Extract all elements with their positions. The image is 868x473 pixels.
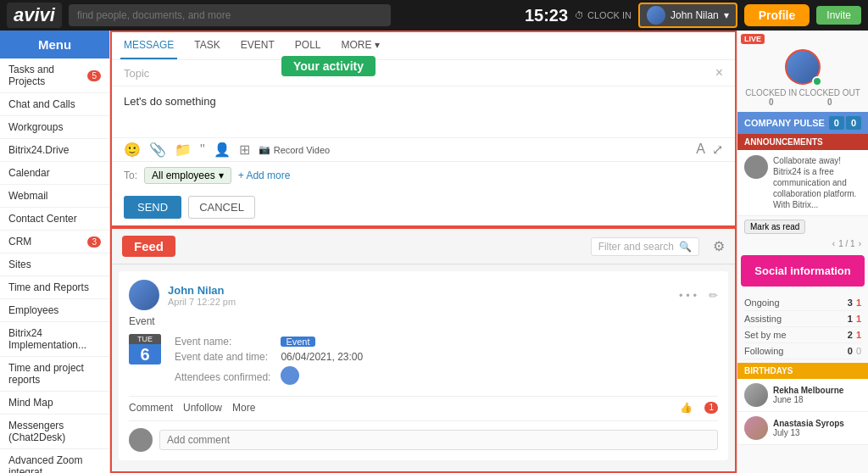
birthday-item-1: Anastasia Syrops July 13 (737, 412, 868, 445)
task-label-following: Following (744, 346, 783, 356)
smiley-icon[interactable]: 🙂 (124, 142, 141, 158)
edit-icon[interactable]: ✏ (709, 289, 718, 302)
feed-settings-icon[interactable]: ⚙ (713, 238, 725, 254)
right-panel: LIVE CLOCKED IN 0 CLOCKED OUT 0 COMPANY … (737, 31, 868, 473)
clocked-out-label: CLOCKED OUT (799, 88, 860, 97)
sidebar-item-zoom[interactable]: Advanced Zoom integrat... (0, 449, 109, 473)
sidebar-item-time-reports[interactable]: Time and Reports (0, 276, 109, 299)
sidebar-item-mind-map[interactable]: Mind Map (0, 392, 109, 415)
profile-button[interactable]: Profile (744, 4, 810, 26)
sidebar-item-contact-center[interactable]: Contact Center (0, 208, 109, 231)
grid-icon[interactable]: ⊞ (239, 142, 250, 158)
compose-body[interactable]: Let's do something (112, 86, 735, 137)
clock-in-button[interactable]: ⏱ CLOCK IN (575, 10, 632, 20)
feed-user-avatar (129, 280, 159, 310)
logo: avivi (7, 3, 62, 28)
unfollow-action-button[interactable]: Unfollow (183, 402, 222, 414)
sidebar-item-workgroups[interactable]: Workgroups (0, 116, 109, 139)
feed-user-name[interactable]: John Nilan (168, 284, 236, 297)
announcement-text: Collaborate away! Bitrix24 is a free com… (773, 155, 861, 210)
sidebar-item-label: Chat and Calls (8, 98, 75, 110)
feed-section: Feed Filter and search 🔍 ⚙ John Nilan Ap… (110, 227, 737, 473)
camera-icon: 📷 (259, 144, 270, 155)
mark-as-read-button[interactable]: Mark as read (744, 220, 805, 234)
tab-event[interactable]: EVENT (237, 32, 278, 59)
invite-button[interactable]: Invite (816, 6, 861, 25)
user-menu-button[interactable]: John Nilan ▾ (638, 3, 737, 28)
person-icon[interactable]: 👤 (214, 142, 231, 158)
filter-search-placeholder: Filter and search (598, 241, 674, 253)
text-size-icon[interactable]: A (696, 142, 705, 158)
topic-placeholder: Topic (124, 67, 149, 80)
birthday-info-0: Rekha Melbourne June 18 (773, 386, 843, 404)
clock-display: 15:23 (525, 6, 568, 25)
online-status-indicator (812, 76, 822, 86)
sidebar: Menu Tasks and Projects 5 Chat and Calls… (0, 31, 110, 473)
prev-announcement-icon[interactable]: ‹ (832, 239, 835, 248)
send-button[interactable]: SEND (124, 196, 181, 219)
sidebar-item-label: CRM (8, 236, 31, 248)
search-input[interactable] (69, 4, 391, 26)
tasks-badge: 5 (87, 70, 101, 81)
chevron-down-icon: ▾ (724, 9, 729, 21)
sidebar-item-label: Webmail (8, 190, 47, 202)
feed-title: Feed (122, 236, 175, 257)
cancel-button[interactable]: CANCEL (188, 196, 255, 219)
tab-message[interactable]: MESSAGE (120, 32, 177, 59)
pulse-num1: 0 (829, 116, 844, 130)
task-count-set-by-me-red: 1 (856, 330, 861, 340)
compose-tabs: MESSAGE TASK EVENT POLL MORE ▾ (112, 32, 735, 60)
task-count-following: 0 (848, 346, 853, 356)
birthday-name-1: Anastasia Syrops (773, 419, 844, 428)
menu-button[interactable]: Menu (0, 31, 109, 58)
sidebar-item-tasks[interactable]: Tasks and Projects 5 (0, 58, 109, 93)
task-row-set-by-me: Set by me 2 1 (744, 327, 861, 343)
sidebar-item-chat[interactable]: Chat and Calls (0, 93, 109, 116)
folder-icon[interactable]: 📁 (175, 142, 192, 158)
sidebar-item-bitrix24-impl[interactable]: Bitrix24 Implementation... (0, 322, 109, 357)
tab-task[interactable]: TASK (191, 32, 223, 59)
task-count-ongoing-red: 1 (856, 298, 861, 308)
expand-icon[interactable]: ⤢ (712, 142, 723, 158)
task-label-set-by-me: Set by me (744, 330, 787, 340)
close-icon[interactable]: × (715, 65, 723, 81)
sidebar-item-crm[interactable]: CRM 3 (0, 231, 109, 253)
birthday-name-0: Rekha Melbourne (773, 386, 843, 395)
pulse-num2: 0 (846, 116, 861, 130)
sidebar-item-messengers[interactable]: Messengers (Chat2Desk) (0, 415, 109, 449)
birthday-info-1: Anastasia Syrops July 13 (773, 419, 844, 437)
feed-search[interactable]: Filter and search 🔍 (591, 237, 699, 256)
sidebar-item-webmail[interactable]: Webmail (0, 185, 109, 208)
feed-item-more-icon[interactable]: • • • (679, 289, 697, 302)
sidebar-item-label: Employees (8, 304, 58, 316)
rp-user-section: CLOCKED IN 0 CLOCKED OUT 0 (737, 34, 868, 112)
pulse-counts: 0 0 (829, 116, 861, 130)
next-announcement-icon[interactable]: › (859, 239, 861, 248)
record-video-button[interactable]: 📷 Record Video (259, 144, 330, 155)
more-action-button[interactable]: More (232, 402, 255, 414)
feed-user-row: John Nilan April 7 12:22 pm • • • ✏ (129, 280, 718, 310)
sidebar-item-label: Mind Map (8, 397, 53, 409)
sidebar-item-project-reports[interactable]: Time and project reports (0, 357, 109, 392)
toolbar-right: A ⤢ (696, 142, 723, 158)
add-more-button[interactable]: + Add more (238, 170, 291, 181)
task-row-assisting: Assisting 1 1 (744, 311, 861, 327)
sidebar-item-calendar[interactable]: Calendar (0, 162, 109, 185)
announcement-avatar (744, 155, 768, 179)
announcement-page: 1 / 1 (838, 239, 854, 248)
search-icon: 🔍 (679, 241, 692, 253)
quote-icon[interactable]: " (200, 142, 205, 158)
sidebar-item-employees[interactable]: Employees (0, 299, 109, 322)
comment-action-button[interactable]: Comment (129, 402, 173, 414)
sidebar-item-sites[interactable]: Sites (0, 253, 109, 276)
comment-input[interactable] (159, 430, 718, 450)
clocked-in-label: CLOCKED IN (745, 88, 797, 97)
sidebar-item-drive[interactable]: Bitrix24.Drive (0, 139, 109, 162)
compose-toolbar: 🙂 📎 📁 " 👤 ⊞ 📷 Record Video A ⤢ (112, 137, 735, 161)
feed-user-date: April 7 12:22 pm (168, 297, 236, 307)
recipients-tag[interactable]: All employees ▾ (144, 167, 231, 184)
like-icon[interactable]: 👍 (680, 402, 693, 414)
paperclip-icon[interactable]: 📎 (149, 142, 166, 158)
event-date-box: TUE 6 (129, 334, 161, 364)
task-label-ongoing: Ongoing (744, 298, 780, 308)
